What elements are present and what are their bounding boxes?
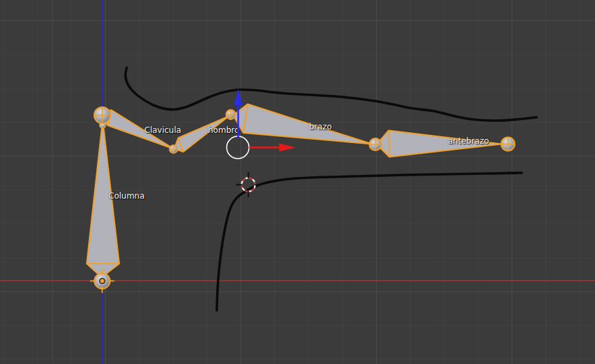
gizmo-z-arrow-icon[interactable] <box>234 89 242 138</box>
gizmo-center-circle[interactable] <box>227 136 249 159</box>
gizmo-x-arrow-icon[interactable] <box>249 144 296 152</box>
3d-viewport[interactable]: Columna Clavicula hombro brazo antebrazo <box>0 0 595 364</box>
3d-cursor-icon <box>236 172 261 197</box>
translate-gizmo[interactable] <box>227 89 296 159</box>
overlay-layer <box>0 0 595 364</box>
